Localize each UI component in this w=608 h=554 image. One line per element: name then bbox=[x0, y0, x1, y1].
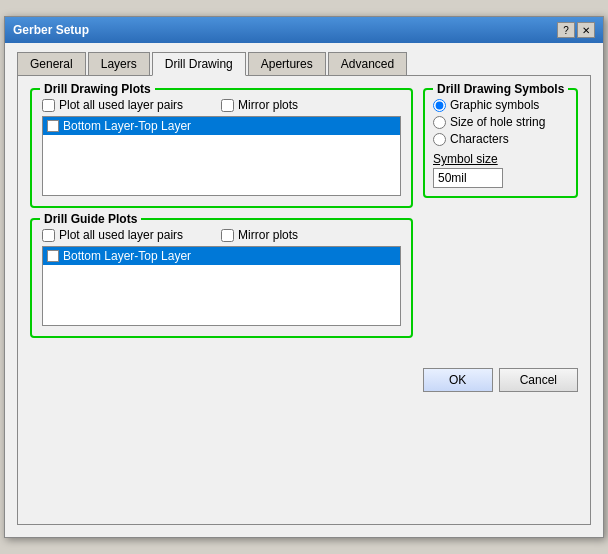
main-layout: Drill Drawing Plots Plot all used layer … bbox=[30, 88, 578, 348]
guide-mirror-label[interactable]: Mirror plots bbox=[221, 228, 298, 242]
plot-all-layer-pairs-checkbox[interactable] bbox=[42, 99, 55, 112]
symbol-size-input[interactable] bbox=[433, 168, 503, 188]
guide-mirror-checkbox[interactable] bbox=[221, 229, 234, 242]
tab-drill-drawing[interactable]: Drill Drawing bbox=[152, 52, 246, 76]
window-title: Gerber Setup bbox=[13, 23, 89, 37]
gerber-setup-window: Gerber Setup ? ✕ General Layers Drill Dr… bbox=[4, 16, 604, 538]
plot-all-layer-pairs-label[interactable]: Plot all used layer pairs bbox=[42, 98, 183, 112]
guide-plot-all-label[interactable]: Plot all used layer pairs bbox=[42, 228, 183, 242]
tab-advanced[interactable]: Advanced bbox=[328, 52, 407, 76]
drill-drawing-plots-list[interactable]: Bottom Layer-Top Layer bbox=[42, 116, 401, 196]
drill-drawing-plots-group: Drill Drawing Plots Plot all used layer … bbox=[30, 88, 413, 208]
tab-content: Drill Drawing Plots Plot all used layer … bbox=[17, 75, 591, 525]
size-of-hole-radio[interactable] bbox=[433, 116, 446, 129]
characters-radio[interactable] bbox=[433, 133, 446, 146]
button-row: OK Cancel bbox=[30, 360, 578, 392]
size-of-hole-option[interactable]: Size of hole string bbox=[433, 115, 568, 129]
guide-plot-all-checkbox[interactable] bbox=[42, 229, 55, 242]
tab-layers[interactable]: Layers bbox=[88, 52, 150, 76]
list-item-checkbox bbox=[47, 120, 59, 132]
drill-drawing-symbols-label: Drill Drawing Symbols bbox=[433, 82, 568, 96]
tab-apertures[interactable]: Apertures bbox=[248, 52, 326, 76]
tab-general[interactable]: General bbox=[17, 52, 86, 76]
tab-bar: General Layers Drill Drawing Apertures A… bbox=[17, 51, 591, 75]
characters-option[interactable]: Characters bbox=[433, 132, 568, 146]
title-bar: Gerber Setup ? ✕ bbox=[5, 17, 603, 43]
drill-guide-plots-group: Drill Guide Plots Plot all used layer pa… bbox=[30, 218, 413, 338]
drill-guide-plots-row: Plot all used layer pairs Mirror plots bbox=[42, 228, 401, 242]
list-item[interactable]: Bottom Layer-Top Layer bbox=[43, 117, 400, 135]
guide-list-item-checkbox bbox=[47, 250, 59, 262]
left-section: Drill Drawing Plots Plot all used layer … bbox=[30, 88, 413, 348]
title-bar-controls: ? ✕ bbox=[557, 22, 595, 38]
ok-button[interactable]: OK bbox=[423, 368, 493, 392]
list-item[interactable]: Bottom Layer-Top Layer bbox=[43, 247, 400, 265]
cancel-button[interactable]: Cancel bbox=[499, 368, 578, 392]
help-button[interactable]: ? bbox=[557, 22, 575, 38]
drill-guide-plots-list[interactable]: Bottom Layer-Top Layer bbox=[42, 246, 401, 326]
drill-drawing-plots-row: Plot all used layer pairs Mirror plots bbox=[42, 98, 401, 112]
graphic-symbols-radio[interactable] bbox=[433, 99, 446, 112]
symbol-size-label: Symbol size bbox=[433, 152, 568, 166]
mirror-plots-label[interactable]: Mirror plots bbox=[221, 98, 298, 112]
close-button[interactable]: ✕ bbox=[577, 22, 595, 38]
right-section: Drill Drawing Symbols Graphic symbols Si… bbox=[423, 88, 578, 348]
drill-drawing-symbols-group: Drill Drawing Symbols Graphic symbols Si… bbox=[423, 88, 578, 198]
window-content: General Layers Drill Drawing Apertures A… bbox=[5, 43, 603, 537]
drill-drawing-plots-label: Drill Drawing Plots bbox=[40, 82, 155, 96]
graphic-symbols-option[interactable]: Graphic symbols bbox=[433, 98, 568, 112]
drill-guide-plots-label: Drill Guide Plots bbox=[40, 212, 141, 226]
mirror-plots-checkbox[interactable] bbox=[221, 99, 234, 112]
